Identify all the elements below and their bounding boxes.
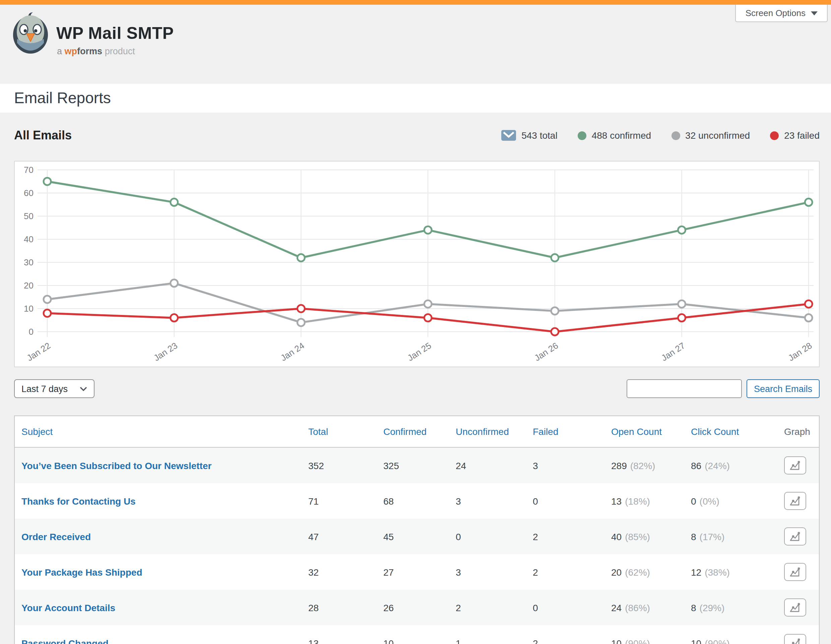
email-subject-link[interactable]: You’ve Been Subscribed to Our Newsletter — [21, 460, 212, 471]
svg-text:50: 50 — [24, 211, 33, 221]
unconfirmed-cell: 1 — [449, 625, 526, 644]
legend-item-confirmed: 488 confirmed — [578, 130, 651, 141]
date-range-value: Last 7 days — [21, 384, 68, 394]
unconfirmed-value: 0 — [456, 531, 461, 542]
open-count-cell: 10(90%) — [605, 625, 684, 644]
click-count-value: 86 — [691, 460, 701, 471]
total-value: 47 — [308, 531, 318, 542]
svg-text:40: 40 — [24, 234, 33, 244]
svg-text:0: 0 — [29, 327, 33, 337]
open-count-value: 10 — [611, 638, 622, 644]
wp-mail-smtp-mascot-logo — [12, 11, 49, 57]
column-sort-total[interactable]: Total — [308, 426, 328, 437]
failed-value: 2 — [533, 567, 538, 577]
column-sort-subject[interactable]: Subject — [21, 426, 53, 437]
open-rate: (62%) — [625, 567, 650, 577]
open-rate: (86%) — [625, 602, 650, 613]
click-count-cell: 8(29%) — [684, 590, 777, 625]
click-count-cell: 0(0%) — [684, 483, 777, 519]
legend-text: 32 unconfirmed — [685, 130, 750, 141]
unconfirmed-cell: 2 — [449, 590, 526, 625]
page-title-bar: Email Reports — [0, 84, 831, 113]
open-count-cell: 40(85%) — [605, 519, 684, 554]
open-count-value: 13 — [611, 496, 622, 506]
table-row: Thanks for Contacting Us71683013(18%)0(0… — [15, 483, 819, 519]
email-subject-link[interactable]: Thanks for Contacting Us — [21, 496, 136, 506]
total-cell: 47 — [302, 519, 377, 554]
column-sort-click-count[interactable]: Click Count — [691, 426, 739, 437]
column-sort-unconfirmed[interactable]: Unconfirmed — [456, 426, 509, 437]
dot-icon — [671, 131, 680, 140]
column-header-graph: Graph — [777, 416, 819, 447]
confirmed-cell: 10 — [377, 625, 449, 644]
graph-button[interactable] — [784, 634, 806, 644]
graph-button[interactable] — [784, 563, 806, 581]
total-cell: 13 — [302, 625, 377, 644]
table-body: You’ve Been Subscribed to Our Newsletter… — [15, 448, 819, 644]
click-count-cell: 10(90%) — [684, 625, 777, 644]
total-value: 13 — [308, 638, 318, 644]
top-accent-bar — [0, 0, 831, 5]
subject-cell: Order Received — [15, 519, 302, 554]
click-rate: (29%) — [700, 602, 725, 613]
click-rate: (17%) — [700, 531, 725, 542]
failed-cell: 3 — [526, 448, 605, 483]
subject-cell: Password Changed — [15, 625, 302, 644]
search-input[interactable] — [627, 379, 742, 398]
click-count-value: 0 — [691, 496, 696, 506]
date-range-select[interactable]: Last 7 days — [14, 379, 94, 398]
chevron-down-icon — [80, 386, 87, 391]
column-sort-open-count[interactable]: Open Count — [611, 426, 662, 437]
open-count-value: 24 — [611, 602, 622, 613]
email-subject-link[interactable]: Your Account Details — [21, 602, 115, 613]
tagline-prefix: a — [57, 46, 62, 56]
line-chart-canvas: 010203040506070Jan 22Jan 23Jan 24Jan 25J… — [15, 162, 819, 367]
search-emails-button[interactable]: Search Emails — [747, 379, 820, 398]
column-header-open-count: Open Count — [605, 416, 684, 447]
legend-text: 488 confirmed — [592, 130, 651, 141]
dot-icon — [770, 131, 779, 140]
svg-text:60: 60 — [24, 188, 33, 198]
total-cell: 28 — [302, 590, 377, 625]
subject-cell: Your Account Details — [15, 590, 302, 625]
tagline-suffix: product — [105, 46, 135, 56]
click-count-cell: 8(17%) — [684, 519, 777, 554]
email-subject-link[interactable]: Password Changed — [21, 638, 108, 644]
app-tagline: a wpforms product — [57, 46, 135, 56]
chart-legend: 543 total488 confirmed32 unconfirmed23 f… — [501, 130, 820, 141]
column-sort-failed[interactable]: Failed — [533, 426, 558, 437]
subject-cell: Your Package Has Shipped — [15, 554, 302, 590]
email-subject-link[interactable]: Order Received — [21, 531, 91, 542]
graph-button[interactable] — [784, 527, 806, 545]
confirmed-value: 27 — [383, 567, 394, 577]
click-count-value: 8 — [691, 531, 696, 542]
graph-button[interactable] — [784, 456, 806, 474]
open-rate: (18%) — [625, 496, 650, 506]
unconfirmed-value: 3 — [456, 567, 461, 577]
tagline-forms: forms — [77, 46, 102, 56]
section-head: All Emails 543 total488 confirmed32 unco… — [14, 126, 820, 145]
svg-text:Jan 22: Jan 22 — [25, 340, 52, 363]
graph-button[interactable] — [784, 598, 806, 617]
column-sort-confirmed[interactable]: Confirmed — [383, 426, 427, 437]
confirmed-value: 10 — [383, 638, 394, 644]
column-header-subject: Subject — [15, 416, 302, 447]
click-rate: (24%) — [705, 460, 730, 471]
graph-cell — [777, 483, 819, 519]
graph-cell — [777, 448, 819, 483]
column-header-click-count: Click Count — [684, 416, 777, 447]
svg-text:Jan 27: Jan 27 — [659, 340, 687, 363]
email-subject-link[interactable]: Your Package Has Shipped — [21, 567, 142, 577]
unconfirmed-value: 1 — [456, 638, 461, 644]
unconfirmed-cell: 24 — [449, 448, 526, 483]
unconfirmed-value: 2 — [456, 602, 461, 613]
failed-cell: 2 — [526, 625, 605, 644]
column-header-failed: Failed — [526, 416, 605, 447]
table-row: Password Changed13101210(90%)10(90%) — [15, 625, 819, 644]
confirmed-value: 68 — [383, 496, 394, 506]
legend-text: 543 total — [521, 130, 557, 141]
graph-button[interactable] — [784, 492, 806, 510]
open-count-cell: 20(62%) — [605, 554, 684, 590]
unconfirmed-value: 3 — [456, 496, 461, 506]
confirmed-value: 45 — [383, 531, 394, 542]
